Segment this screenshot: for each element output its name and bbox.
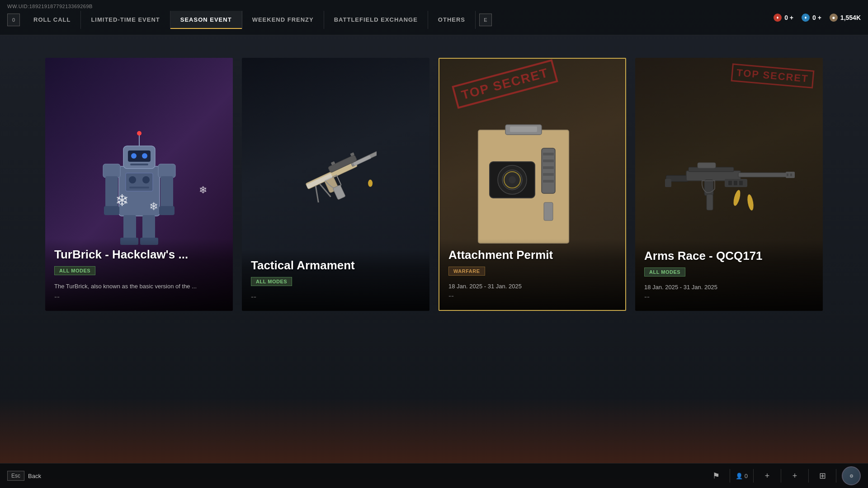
card-tactical-armament-title: Tactical Armament: [251, 258, 420, 272]
expand-icon[interactable]: ⊞: [814, 468, 830, 484]
tab-limited-time-event[interactable]: LIMITED-TIME EVENT: [81, 11, 170, 29]
tab-others[interactable]: OTHERS: [428, 11, 476, 29]
flag-icon[interactable]: ⚑: [708, 468, 724, 484]
card-attachment-permit-title: Attachment Permit: [448, 248, 616, 262]
svg-point-33: [368, 180, 373, 187]
snowflake-2: ❄: [149, 200, 158, 213]
card-arms-race-date: 18 Jan. 2025 - 31 Jan. 2025: [644, 284, 814, 291]
card-attachment-permit-dash: --: [448, 291, 616, 301]
tab-season-event[interactable]: SEASON EVENT: [170, 11, 242, 29]
card-tactical-armament-info: Tactical Armament All Modes --: [242, 249, 429, 311]
nav-key-right[interactable]: E: [479, 14, 492, 26]
svg-point-7: [131, 153, 137, 159]
nav-key-left[interactable]: 0: [7, 14, 20, 26]
svg-line-31: [311, 186, 322, 202]
bottom-right-icons: ⚑ 👤 0 + + ⊞ ⚙: [708, 466, 861, 485]
svg-point-41: [509, 176, 516, 183]
card-turbrick-badge: All Modes: [54, 266, 95, 275]
sniper-rifle-svg: [295, 99, 377, 270]
card-turbrick-info: TurBrick - Hackclaw's ... All Modes The …: [45, 239, 233, 311]
card-attachment-permit-date: 18 Jan. 2025 - 31 Jan. 2025: [448, 283, 616, 290]
card-turbrick[interactable]: ❄ ❄ ❄ TurBrick - Hackclaw's ... All Mode…: [45, 58, 233, 311]
svg-rect-9: [130, 164, 148, 165]
svg-rect-49: [544, 202, 553, 221]
robot-svg: [90, 121, 189, 248]
person-icon: 👤: [736, 473, 743, 479]
svg-rect-61: [707, 194, 713, 210]
blue-currency-value: 0 +: [812, 14, 821, 21]
main-content: ❄ ❄ ❄ TurBrick - Hackclaw's ... All Mode…: [0, 35, 868, 329]
red-currency: ♦ 0 +: [774, 14, 793, 22]
svg-point-66: [746, 194, 755, 211]
svg-rect-37: [510, 127, 537, 132]
back-label: Back: [28, 473, 41, 479]
currency-area: ♦ 0 + ♦ 0 + ● 1,554K: [774, 14, 861, 22]
card-attachment-permit-badge: Warfare: [448, 267, 485, 276]
blue-currency-icon: ♦: [802, 14, 810, 22]
avatar-icon: ⚙: [849, 474, 854, 479]
svg-rect-11: [158, 164, 175, 178]
svg-point-2: [129, 176, 136, 183]
svg-rect-44: [543, 153, 554, 155]
red-currency-value: 0 +: [784, 14, 793, 21]
player-count-value: 0: [745, 473, 748, 479]
tab-battlefield-exchange[interactable]: BATTLEFIELD EXCHANGE: [324, 11, 428, 29]
user-id: WW.UID:18921918779213369269B: [7, 4, 93, 9]
attachment-items-svg: [469, 112, 596, 257]
svg-rect-10: [103, 164, 120, 178]
card-tactical-armament-dash: --: [251, 292, 420, 302]
red-currency-icon: ♦: [774, 14, 782, 22]
snowflake-3: ❄: [199, 184, 207, 196]
svg-rect-59: [698, 163, 716, 168]
tab-weekend-frenzy[interactable]: WEEKEND FRENZY: [242, 11, 324, 29]
svg-point-21: [137, 131, 142, 136]
gold-currency-value: 1,554K: [840, 14, 861, 21]
card-arms-race-info: Arms Race - QCQ171 All Modes 18 Jan. 202…: [635, 240, 823, 311]
player-avatar[interactable]: ⚙: [842, 466, 861, 485]
player-count: 👤 0: [736, 473, 748, 479]
add-icon-1[interactable]: +: [759, 468, 775, 484]
card-tactical-armament-badge: All Modes: [251, 277, 292, 286]
svg-rect-45: [543, 160, 554, 162]
svg-rect-15: [159, 206, 175, 215]
svg-rect-4: [129, 187, 149, 188]
card-tactical-armament[interactable]: Tactical Armament All Modes --: [242, 58, 429, 311]
gold-currency: ● 1,554K: [830, 14, 861, 22]
divider-4: [808, 469, 809, 483]
snowflake-1: ❄: [115, 191, 129, 210]
divider-5: [836, 469, 836, 483]
svg-rect-47: [543, 173, 554, 176]
bullets-svg: [723, 175, 814, 221]
svg-rect-60: [704, 180, 713, 196]
divider-3: [781, 469, 781, 483]
svg-point-8: [142, 153, 147, 159]
tab-roll-call[interactable]: ROLL CALL: [24, 11, 81, 29]
card-attachment-permit[interactable]: TOP SECRET: [439, 58, 626, 311]
bottom-bar: Esc Back ⚑ 👤 0 + + ⊞ ⚙: [0, 463, 868, 488]
svg-rect-13: [160, 176, 173, 208]
card-turbrick-title: TurBrick - Hackclaw's ...: [54, 248, 224, 262]
card-arms-race-badge: All Modes: [644, 267, 685, 277]
card-turbrick-dash: --: [54, 292, 224, 302]
divider-2: [753, 469, 754, 483]
svg-rect-17: [142, 215, 155, 240]
card-turbrick-description: The TurBrick, also known as the basic ve…: [54, 282, 224, 291]
svg-rect-51: [665, 179, 671, 187]
back-key: Esc: [7, 471, 24, 481]
card-arms-race-title: Arms Race - QCQ171: [644, 249, 814, 263]
blue-currency: ♦ 0 +: [802, 14, 821, 22]
navigation-tabs: 0 ROLL CALL LIMITED-TIME EVENT SEASON EV…: [7, 11, 774, 29]
card-attachment-permit-info: Attachment Permit Warfare 18 Jan. 2025 -…: [439, 239, 625, 310]
top-navigation-bar: WW.UID:18921918779213369269B 0 ROLL CALL…: [0, 0, 868, 35]
divider-1: [730, 469, 730, 483]
svg-rect-16: [123, 215, 136, 240]
svg-point-3: [142, 176, 150, 183]
card-arms-race-dash: --: [644, 292, 814, 302]
back-button[interactable]: Esc Back: [7, 471, 41, 481]
svg-point-65: [732, 189, 742, 206]
gold-currency-icon: ●: [830, 14, 838, 22]
svg-rect-46: [543, 166, 554, 169]
svg-rect-48: [543, 180, 554, 183]
add-icon-2[interactable]: +: [787, 468, 803, 484]
card-arms-race[interactable]: TOP SECRET: [635, 58, 823, 311]
